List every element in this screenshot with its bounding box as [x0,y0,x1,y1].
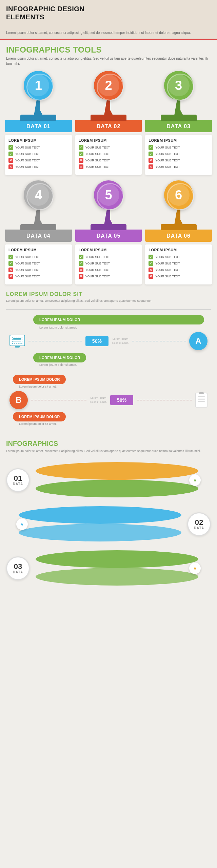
section-a-row: 50% Lorem ipsumdolor sit amet. A [6,332,211,350]
section-a-bottom-pill: LOREM IPSUM DOLOR Lorem ipsum dolor sit … [6,353,211,367]
list-card-4: LOREM IPSUM ✓YOUR SUB TEXT ✓YOUR SUB TEX… [5,244,72,284]
list-item: ✓YOUR SUB TEXT [8,261,68,266]
circle-b: B [9,391,28,409]
x-icon: ✕ [8,158,13,163]
list-title-5: LOREM IPSUM [79,248,139,252]
section-b-row: B Lorem ipsumdolor sit amet. 50% [6,391,211,409]
check-icon: ✓ [79,261,83,266]
pin-neck-3 [173,100,184,115]
list-card-6: LOREM IPSUM ✓YOUR SUB TEXT ✓YOUR SUB TEX… [145,244,212,284]
card-col-5: 5 DATA 05 LOREM IPSUM ✓YOUR SUB TEXT ✓YO… [74,180,144,284]
page-header: INFOGRAPHIC DESIGN ELEMENTS Lorem ipsum … [0,0,217,40]
chevron-2: ∨ [16,518,28,530]
infographics-desc: Lorem ipsum dolor sit amet, consectetur … [6,449,211,453]
clipboard-line [198,401,205,402]
pin-number-6: 6 [175,188,182,202]
list-item: ✓YOUR SUB TEXT [79,152,139,156]
card-col-2: 2 DATA 02 LOREM IPSUM ✓YOUR SUB TEXT ✓YO… [74,71,144,175]
screen-line [13,339,21,340]
screen-line [13,341,21,341]
pin-number-5: 5 [105,188,112,202]
infinity-row-3: 03 DATA ∨ [6,548,211,589]
svg-point-2 [19,506,181,524]
svg-point-0 [36,462,198,480]
percent-sub-a: Lorem ipsumdolor sit amet. [112,337,129,344]
pin-number-4: 4 [35,188,42,202]
pin-number-2: 2 [105,78,112,93]
list-card-3: LOREM IPSUM ✓YOUR SUB TEXT ✓YOUR SUB TEX… [145,135,212,175]
check-icon: ✓ [8,255,13,259]
pin-neck-4 [33,210,44,225]
infinity-svg-1 [23,461,211,499]
list-item: ✕YOUR SUB TEXT [149,268,209,272]
data-label-4: DATA 04 [5,230,72,242]
dashed-line-a2 [132,341,186,341]
bottom-spacer [6,592,211,606]
badge-num-2: 02 [195,519,203,526]
section-b-bottom-pill: LOREM IPSUM DOLOR Lorem ipsum dolor sit … [6,412,211,426]
badge-num-3: 03 [14,563,22,570]
section-b-top-pill: LOREM IPSUM DOLOR Lorem ipsum dolor sit … [6,375,211,388]
pill-b-1-sub: Lorem ipsum dolor sit amet. [19,385,184,388]
section-b-bottom-content: LOREM IPSUM DOLOR Lorem ipsum dolor sit … [13,412,184,426]
pin-number-1: 1 [35,78,42,93]
pin-circle-5: 5 [94,180,123,210]
pin-base-3 [161,115,197,121]
svg-point-5 [36,568,198,586]
badge-text-3: DATA [13,570,23,574]
pin-base-2 [91,115,126,121]
dashed-line-b [31,400,86,400]
check-icon: ✓ [79,152,83,156]
list-title-4: LOREM IPSUM [8,248,68,252]
check-icon: ✓ [8,152,13,156]
x-icon: ✕ [79,164,83,169]
x-icon: ✕ [8,274,13,279]
list-item: ✕YOUR SUB TEXT [149,164,209,169]
x-icon: ✕ [149,164,153,169]
pin-2: 2 [91,71,126,121]
clipboard-line [198,398,205,398]
pin-circle-3: 3 [164,71,193,100]
circle-a: A [189,332,208,350]
list-item: ✕YOUR SUB TEXT [8,268,68,272]
pin-circle-4: 4 [24,180,53,210]
pin-5: 5 [91,180,126,230]
screen-icon [9,335,25,346]
section-a-content: LOREM IPSUM DOLOR Lorem ipsum dolor sit … [13,315,204,329]
clipboard-line [198,396,205,397]
pin-neck-1 [33,100,44,115]
list-card-1: LOREM IPSUM ✓YOUR SUB TEXT ✓YOUR SUB TEX… [5,135,72,175]
screen-inner [12,337,22,344]
x-icon: ✕ [149,158,153,163]
svg-point-1 [36,480,198,497]
pill-a-2: LOREM IPSUM DOLOR [33,353,86,362]
data-label-6: DATA 06 [145,230,212,242]
infinity-svg-2 [6,506,194,543]
check-icon: ✓ [149,255,153,259]
x-icon: ✕ [79,274,83,279]
data-label-5: DATA 05 [75,230,142,242]
check-icon: ✓ [8,261,13,266]
data-badge-3: 03 DATA [6,556,30,580]
tools-title: INFOGRAPHICS TOOLS [0,40,217,56]
list-item: ✓YOUR SUB TEXT [149,152,209,156]
data-label-2: DATA 02 [75,120,142,132]
svg-point-3 [19,524,181,541]
list-item: ✓YOUR SUB TEXT [149,145,209,150]
list-item: ✓YOUR SUB TEXT [149,255,209,259]
list-item: ✕YOUR SUB TEXT [149,158,209,163]
section-divider [6,309,211,310]
lorem-section: LOREM IPSUM DOLOR SIT Lorem ipsum dolor … [0,284,217,434]
pin-base-4 [20,224,56,230]
pill-a-1: LOREM IPSUM DOLOR [33,315,204,324]
list-item: ✓YOUR SUB TEXT [8,255,68,259]
section-b-top-content: LOREM IPSUM DOLOR Lorem ipsum dolor sit … [13,375,184,388]
chevron-1: ∨ [189,474,201,486]
check-icon: ✓ [149,152,153,156]
section-a: LOREM IPSUM DOLOR Lorem ipsum dolor sit … [6,315,211,367]
screen-icon-wrapper [9,335,25,348]
header-subtitle: Lorem ipsum dolor sit amet, consectetur … [6,31,211,35]
badge-text-2: DATA [194,526,204,530]
infinity-row-1: 01 DATA ∨ [6,460,211,500]
list-item: ✓YOUR SUB TEXT [79,145,139,150]
